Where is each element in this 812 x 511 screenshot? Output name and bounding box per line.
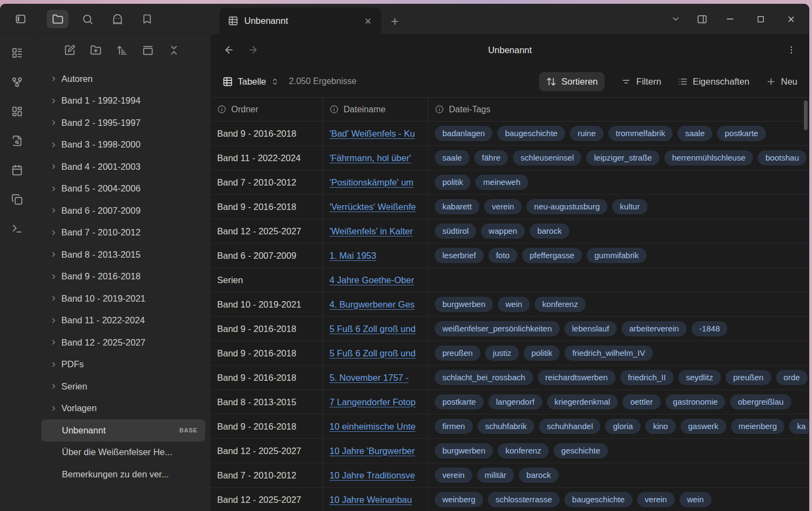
tag-pill[interactable]: politik: [435, 175, 471, 190]
vertical-scrollbar[interactable]: [804, 100, 808, 130]
new-entry-button[interactable]: Neu: [766, 76, 797, 87]
tag-pill[interactable]: preußen: [726, 370, 771, 386]
column-header-datei-tags[interactable]: Datei-Tags: [428, 98, 809, 121]
sidebar-item-folder[interactable]: Vorlagen: [41, 398, 205, 420]
sidebar-item-folder[interactable]: Band 7 - 2010-2012: [41, 222, 205, 244]
tag-pill[interactable]: wappen: [481, 223, 525, 239]
tag-pill[interactable]: justiz: [485, 346, 519, 361]
tag-pill[interactable]: konferenz: [498, 443, 549, 459]
file-link[interactable]: 10 Jahre 'Burgwerber: [329, 446, 415, 456]
file-link[interactable]: 'Bad' Weißenfels - Ku: [329, 129, 415, 139]
tag-pill[interactable]: bootshau: [758, 150, 807, 166]
tag-pill[interactable]: barock: [530, 223, 569, 239]
sidebar-item-folder[interactable]: Band 1 - 1992-1994: [41, 90, 205, 112]
tag-pill[interactable]: herrenmühlschleuse: [664, 150, 753, 166]
tag-pill[interactable]: neu-augustusburg: [526, 199, 607, 215]
forward-arrow-icon[interactable]: [248, 44, 258, 55]
sidebar-item-folder[interactable]: Band 12 - 2025-2027: [41, 331, 205, 354]
layout-list-icon[interactable]: [9, 45, 26, 60]
calendar-icon[interactable]: [9, 162, 26, 177]
tag-pill[interactable]: kino: [645, 419, 676, 435]
tag-pill[interactable]: politik: [524, 346, 560, 361]
tag-pill[interactable]: verein: [435, 468, 472, 483]
sidebar-item-folder[interactable]: Band 8 - 2013-2015: [41, 244, 205, 266]
tag-pill[interactable]: wein: [680, 492, 712, 508]
filter-button[interactable]: Filtern: [621, 76, 661, 87]
tag-pill[interactable]: foto: [489, 248, 517, 264]
tag-pill[interactable]: saale: [435, 150, 470, 166]
tag-pill[interactable]: wein: [498, 297, 530, 312]
tag-pill[interactable]: leserbrief: [435, 248, 484, 264]
tag-pill[interactable]: schlacht_bei_rossbach: [435, 370, 533, 386]
tag-pill[interactable]: baugeschichte: [564, 492, 632, 508]
tag-pill[interactable]: geschichte: [554, 443, 608, 459]
tag-pill[interactable]: preußen: [435, 346, 480, 361]
close-button[interactable]: [776, 4, 806, 34]
tag-pill[interactable]: gaswerk: [681, 419, 726, 435]
sidebar-item-base[interactable]: UnbenanntBASE: [41, 419, 205, 442]
new-folder-icon[interactable]: [88, 42, 103, 58]
search-icon[interactable]: [77, 10, 98, 28]
tag-pill[interactable]: barock: [519, 468, 559, 483]
tag-pill[interactable]: kriegerdenkmal: [547, 394, 618, 410]
tag-pill[interactable]: leipziger_straße: [586, 150, 659, 166]
tag-pill[interactable]: postkarte: [717, 126, 766, 142]
tag-pill[interactable]: militär: [477, 468, 514, 483]
files-folder-icon[interactable]: [47, 10, 68, 28]
column-header-ordner[interactable]: Ordner: [211, 98, 323, 121]
tag-pill[interactable]: badanlagen: [435, 126, 492, 142]
file-link[interactable]: 'Fährmann, hol über': [329, 153, 411, 163]
file-link[interactable]: 5 Fuß 6 Zoll groß und: [329, 348, 416, 359]
tag-pill[interactable]: burgwerben: [435, 297, 493, 312]
sidebar-item-folder[interactable]: Autoren: [41, 68, 205, 90]
tag-pill[interactable]: konferenz: [535, 297, 586, 312]
file-link[interactable]: 7 Langendorfer Fotop: [329, 397, 416, 407]
tag-pill[interactable]: saale: [677, 126, 712, 142]
sidebar-item-folder[interactable]: Band 11 - 2022-2024: [41, 310, 205, 332]
file-link[interactable]: 'Verrücktes' Weißenfe: [329, 202, 416, 212]
bookmark-icon[interactable]: [136, 10, 158, 28]
file-link[interactable]: 4. Burgwerbener Ges: [329, 299, 415, 310]
sort-button[interactable]: Sortieren: [539, 72, 605, 91]
tag-pill[interactable]: arbeiterverein: [621, 321, 687, 337]
tag-pill[interactable]: schuhhandel: [539, 419, 600, 435]
tag-pill[interactable]: schleuseninsel: [513, 150, 581, 166]
tag-pill[interactable]: lebenslauf: [564, 321, 617, 337]
ghost-icon[interactable]: [106, 10, 128, 28]
tag-pill[interactable]: gloria: [605, 419, 640, 435]
file-link[interactable]: 'Weißenfels' in Kalter: [329, 226, 413, 237]
file-link[interactable]: 10 einheimische Unte: [329, 421, 416, 432]
tab-close-icon[interactable]: [364, 17, 372, 25]
terminal-icon[interactable]: [9, 221, 26, 236]
tag-pill[interactable]: reichardtswerben: [538, 370, 616, 386]
tag-pill[interactable]: pfeffergasse: [522, 248, 582, 264]
file-link[interactable]: 5. November 1757 -: [329, 373, 409, 383]
file-search-icon[interactable]: [9, 133, 26, 148]
new-tab-icon[interactable]: [390, 16, 400, 27]
collapse-all-icon[interactable]: [166, 42, 181, 58]
tag-pill[interactable]: meienberg: [731, 419, 785, 435]
view-type-switcher[interactable]: Tabelle: [218, 73, 283, 90]
tag-pill[interactable]: meineweh: [475, 175, 528, 190]
tag-pill[interactable]: kultur: [612, 199, 648, 215]
tab-unbenannt[interactable]: Unbenannt: [219, 8, 381, 34]
properties-button[interactable]: Eigenschaften: [677, 76, 750, 87]
file-link[interactable]: 'Positionskämpfe' um: [329, 177, 414, 188]
tag-pill[interactable]: burgwerben: [435, 443, 493, 459]
left-sidebar-toggle-icon[interactable]: [10, 10, 31, 28]
tag-pill[interactable]: schuhfabrik: [478, 419, 535, 435]
minimize-button[interactable]: [715, 4, 745, 34]
tag-pill[interactable]: weißenfelser_persönlichkeiten: [435, 321, 560, 337]
new-note-icon[interactable]: [62, 42, 77, 58]
tag-pill[interactable]: postkarte: [435, 394, 484, 410]
sidebar-item-folder[interactable]: Band 3 - 1998-2000: [41, 134, 205, 156]
tag-pill[interactable]: gummifabrik: [587, 248, 646, 264]
tag-pill[interactable]: kabarett: [435, 199, 479, 215]
tag-pill[interactable]: langendorf: [489, 394, 542, 410]
tag-pill[interactable]: gastronomie: [665, 394, 726, 410]
tag-pill[interactable]: friedrich_wilhelm_IV: [564, 346, 652, 361]
back-arrow-icon[interactable]: [224, 44, 234, 55]
file-link[interactable]: 10 Jahre Traditionsve: [329, 470, 415, 481]
sidebar-item-folder[interactable]: Band 4 - 2001-2003: [41, 156, 205, 178]
layout-dashboard-icon[interactable]: [9, 104, 26, 119]
